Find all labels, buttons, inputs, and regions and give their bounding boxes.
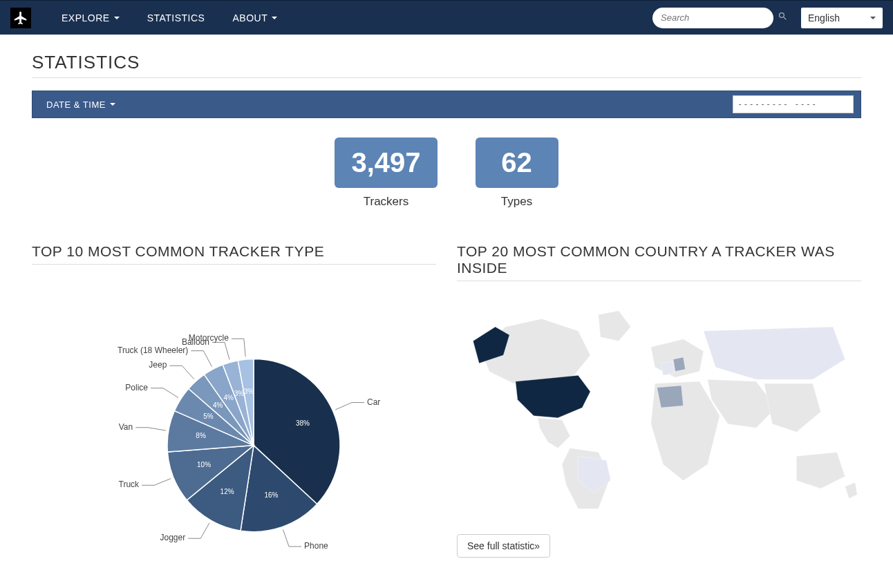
brand-logo[interactable]	[10, 8, 31, 28]
counter-types-label: Types	[476, 195, 558, 209]
counter-types: 62 Types	[476, 137, 558, 209]
date-time-dropdown[interactable]: DATE & TIME	[39, 95, 122, 114]
counters: 3,497 Trackers 62 Types	[32, 137, 861, 209]
pie-slice-percent: 16%	[264, 491, 278, 499]
world-map	[457, 294, 861, 522]
search-input[interactable]	[661, 12, 778, 23]
counter-types-value: 62	[476, 137, 558, 188]
nav-statistics[interactable]: STATISTICS	[133, 12, 219, 23]
nav-about[interactable]: ABOUT	[218, 12, 291, 23]
nav-explore[interactable]: EXPLORE	[48, 12, 133, 23]
pie-slice-label: Jogger	[160, 533, 185, 542]
caret-down-icon	[110, 103, 115, 106]
pie-slice-label: Police	[125, 383, 148, 392]
counter-trackers-label: Trackers	[335, 195, 437, 209]
date-input[interactable]: --------- ----	[733, 95, 854, 113]
navbar: EXPLORE STATISTICS ABOUT English	[0, 0, 893, 35]
pie-slice-label: Phone	[304, 541, 328, 551]
language-selected: English	[808, 12, 840, 23]
pie-slice-percent: 10%	[197, 461, 211, 468]
pie-slice-percent: 5%	[203, 412, 214, 420]
pie-slice-label: Van	[118, 422, 132, 432]
caret-down-icon	[870, 17, 876, 19]
map-section-title: TOP 20 MOST COMMON COUNTRY A TRACKER WAS…	[457, 243, 861, 281]
search-wrap	[652, 8, 773, 28]
nav-about-label: ABOUT	[232, 12, 267, 23]
pie-slice-label: Motorcycle	[188, 333, 228, 343]
date-bar: DATE & TIME --------- ----	[32, 91, 861, 118]
nav-statistics-label: STATISTICS	[147, 12, 205, 23]
pie-slice-label: Car	[367, 397, 380, 407]
caret-down-icon	[272, 17, 277, 19]
pie-slice-percent: 8%	[196, 432, 206, 439]
map-column: TOP 20 MOST COMMON COUNTRY A TRACKER WAS…	[457, 243, 861, 567]
language-select[interactable]: English	[801, 8, 883, 28]
see-full-statistic-button[interactable]: See full statistic»	[457, 534, 550, 558]
pie-slice-label: Truck (18 Wheeler)	[118, 345, 188, 355]
pie-chart: 38%Car16%Phone12%Jogger10%Truck8%Van5%Po…	[32, 277, 436, 567]
pie-column: TOP 10 MOST COMMON TRACKER TYPE 38%Car16…	[32, 243, 436, 567]
date-time-label: DATE & TIME	[46, 99, 106, 110]
search-icon[interactable]	[778, 11, 788, 24]
pie-slice-percent: 12%	[220, 488, 234, 495]
caret-down-icon	[114, 17, 120, 19]
plane-icon	[13, 10, 28, 26]
pie-slice-percent: 3%	[234, 390, 244, 397]
nav-links: EXPLORE STATISTICS ABOUT	[48, 12, 291, 23]
counter-trackers: 3,497 Trackers	[335, 137, 437, 209]
pie-slice-percent: 4%	[212, 401, 223, 409]
nav-explore-label: EXPLORE	[62, 12, 110, 23]
counter-trackers-value: 3,497	[335, 137, 437, 188]
date-input-value: --------- ----	[737, 99, 817, 109]
pie-slice-percent: 4%	[223, 394, 234, 401]
pie-slice-label: Jeep	[149, 360, 167, 370]
pie-slice-percent: 38%	[296, 419, 310, 427]
pie-slice-percent: 3%	[243, 388, 254, 395]
page-title: STATISTICS	[32, 52, 861, 78]
pie-section-title: TOP 10 MOST COMMON TRACKER TYPE	[32, 243, 436, 265]
pie-slice-label: Truck	[118, 480, 140, 489]
